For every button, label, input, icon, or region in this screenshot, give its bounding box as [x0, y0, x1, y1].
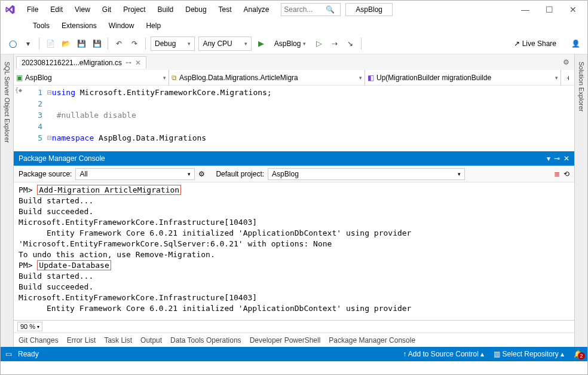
share-icon: ↗	[514, 39, 520, 48]
nav-method[interactable]: ◧ Up(MigrationBuilder migrationBuilde▾	[365, 70, 561, 85]
nav-split-icon[interactable]: ⫞	[561, 70, 574, 85]
main-toolbar: ◯ ▾ 📄 📂 💾 💾 ↶ ↷ Debug▾ Any CPU▾ ▶ AspBlo…	[1, 33, 587, 54]
left-sidebar: SQL Server Object Explorer	[1, 54, 14, 347]
pmc-footer: 90 % ▾	[14, 320, 574, 333]
editor-tabs: 2023081216221...eMigration.cs ⊶ ✕ ⚙	[14, 54, 574, 70]
method-icon: ◧	[368, 74, 374, 82]
tab-pmc[interactable]: Package Manager Console	[329, 336, 415, 344]
menu-git[interactable]: Git	[97, 3, 116, 16]
tab-dev-powershell[interactable]: Developer PowerShell	[250, 336, 321, 344]
nav-class[interactable]: ⧉ AspBlog.Data.Migrations.ArticleMigra▾	[169, 70, 365, 85]
status-ready: Ready	[18, 350, 39, 358]
pkg-source-label: Package source:	[19, 170, 72, 178]
platform-dropdown[interactable]: Any CPU▾	[198, 36, 251, 51]
menu-row-2: Tools Extensions Window Help	[1, 19, 587, 33]
menu-test[interactable]: Test	[214, 3, 237, 16]
nav-back-button[interactable]: ◯	[5, 36, 20, 51]
menu-file[interactable]: File	[22, 3, 43, 16]
menu-window[interactable]: Window	[104, 20, 139, 31]
nav-project[interactable]: ▣ AspBlog▾	[14, 70, 169, 85]
pmc-close-icon[interactable]: ✕	[564, 154, 569, 163]
tab-git-changes[interactable]: Git Changes	[19, 336, 59, 344]
menu-tools[interactable]: Tools	[28, 20, 54, 31]
editor-tab-active[interactable]: 2023081216221...eMigration.cs ⊶ ✕	[16, 56, 146, 69]
menu-project[interactable]: Project	[118, 3, 150, 16]
pmc-panel: Package Manager Console ▾ ⊸ ✕ Package so…	[14, 151, 574, 333]
menu-edit[interactable]: Edit	[45, 3, 68, 16]
open-button[interactable]: 📂	[59, 36, 73, 51]
search-box[interactable]: 🔍	[281, 3, 341, 16]
class-icon: ⧉	[172, 74, 177, 82]
bottom-tabs: Git Changes Error List Task List Output …	[14, 333, 574, 347]
tab-data-tools[interactable]: Data Tools Operations	[170, 336, 241, 344]
close-tab-icon[interactable]: ✕	[135, 59, 141, 67]
close-button[interactable]: ✕	[561, 1, 585, 19]
pmc-pin-icon[interactable]: ⊸	[554, 154, 560, 163]
tab-error-list[interactable]: Error List	[67, 336, 96, 344]
code-editor[interactable]: {◆ 12345 ⊟using Microsoft.EntityFramewor…	[14, 86, 574, 151]
pin-icon[interactable]: ⊶	[125, 59, 131, 66]
account-icon[interactable]: 👤	[568, 36, 583, 51]
run-target-dropdown[interactable]: AspBlog▾	[271, 36, 310, 51]
start-nodebug-button[interactable]: ▷	[312, 36, 326, 51]
line-gutter: 12345	[23, 86, 47, 151]
sql-explorer-tab[interactable]: SQL Server Object Explorer	[2, 58, 12, 147]
nav-bar: ▣ AspBlog▾ ⧉ AspBlog.Data.Migrations.Art…	[14, 70, 574, 86]
new-button[interactable]: 📄	[43, 36, 57, 51]
statusbar: ▭ Ready ↑ Add to Source Control ▴ ▥ Sele…	[1, 347, 587, 361]
menu-analyze[interactable]: Analyze	[239, 3, 274, 16]
hot-reload-icon[interactable]: ⇢	[327, 36, 342, 51]
solution-explorer-tab[interactable]: Solution Explorer	[577, 58, 586, 115]
solution-name[interactable]: AspBlog	[345, 3, 393, 16]
menu-extensions[interactable]: Extensions	[57, 20, 102, 31]
save-button[interactable]: 💾	[74, 36, 88, 51]
vs-logo-icon[interactable]	[3, 2, 17, 17]
pkg-source-dropdown[interactable]: All▾	[75, 168, 195, 180]
pmc-toolbar: Package source: All▾ ⚙ Default project: …	[14, 166, 574, 182]
start-debug-button[interactable]: ▶	[254, 36, 268, 51]
pmc-console-output[interactable]: PM> Add-Migration ArticleMigrationBuild …	[14, 182, 574, 320]
status-indicator-icon[interactable]: ▭	[5, 350, 12, 358]
pmc-settings-icon[interactable]: ⚙	[198, 170, 205, 178]
maximize-button[interactable]: ☐	[537, 1, 561, 19]
notif-badge: 2	[578, 352, 585, 359]
pmc-clear-icon[interactable]: ⟲	[564, 170, 569, 178]
pmc-dropdown-icon[interactable]: ▾	[547, 154, 550, 163]
tabs-gear-icon[interactable]: ⚙	[563, 58, 569, 66]
outline-toggle-icon[interactable]: {◆	[15, 87, 22, 93]
search-input[interactable]	[284, 5, 326, 14]
liveshare-button[interactable]: ↗ Live Share	[510, 39, 560, 48]
step-icon[interactable]: ↘	[343, 36, 357, 51]
nav-fwd-button[interactable]: ▾	[21, 36, 35, 51]
right-sidebar: Solution Explorer	[574, 54, 587, 347]
tab-output[interactable]: Output	[140, 336, 162, 344]
minimize-button[interactable]: —	[513, 1, 537, 19]
menu-debug[interactable]: Debug	[180, 3, 211, 16]
code-content[interactable]: ⊟using Microsoft.EntityFrameworkCore.Mig…	[47, 86, 574, 151]
zoom-dropdown[interactable]: 90 % ▾	[17, 322, 42, 331]
menu-view[interactable]: View	[70, 3, 95, 16]
menu-row-1: File Edit View Git Project Build Debug T…	[22, 3, 274, 16]
tab-task-list[interactable]: Task List	[104, 336, 132, 344]
default-proj-label: Default project:	[216, 170, 264, 178]
search-icon[interactable]: 🔍	[326, 5, 335, 14]
saveall-button[interactable]: 💾	[90, 36, 104, 51]
default-proj-dropdown[interactable]: AspBlog▾	[268, 168, 465, 180]
select-repository[interactable]: ▥ Select Repository ▴	[494, 350, 564, 358]
menu-help[interactable]: Help	[141, 20, 166, 31]
add-source-control[interactable]: ↑ Add to Source Control ▴	[403, 350, 484, 358]
pmc-list-icon[interactable]: ≣	[554, 170, 560, 178]
config-dropdown[interactable]: Debug▾	[151, 36, 195, 51]
menu-build[interactable]: Build	[153, 3, 179, 16]
csharp-icon: ▣	[16, 74, 23, 82]
redo-button[interactable]: ↷	[127, 36, 142, 51]
pmc-titlebar[interactable]: Package Manager Console ▾ ⊸ ✕	[14, 151, 574, 166]
notifications-button[interactable]: 🔔 2	[574, 350, 583, 358]
undo-button[interactable]: ↶	[112, 36, 126, 51]
